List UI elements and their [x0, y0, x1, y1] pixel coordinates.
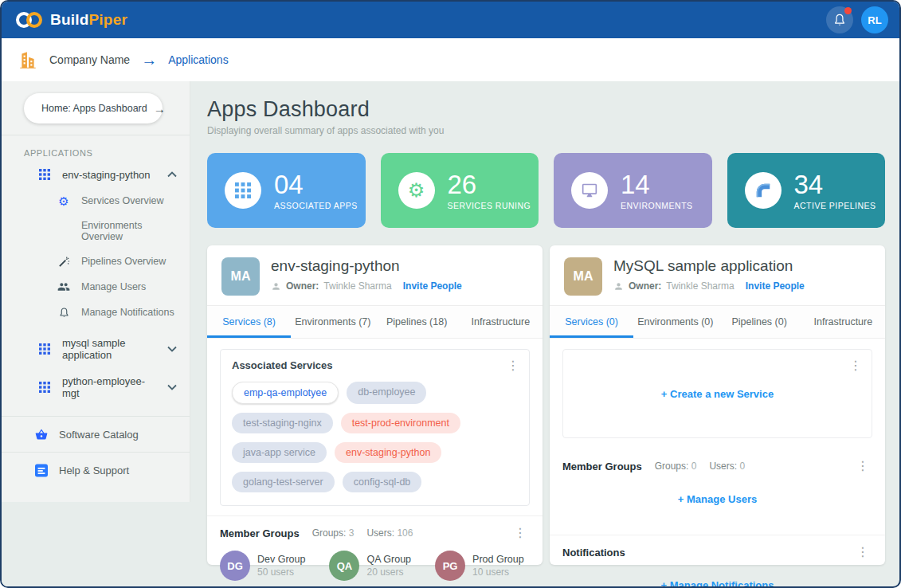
manage-notifications-link[interactable]: + Manage Notifications: [661, 579, 774, 588]
tab-services[interactable]: Services (8): [207, 306, 291, 338]
sidebar-item-software-catalog[interactable]: Software Catalog: [2, 417, 190, 452]
stat-label: ASSOCIATED APPS: [274, 201, 358, 210]
tab-infrastructure[interactable]: Infrastructure: [459, 306, 543, 338]
sidebar-item-label: Software Catalog: [59, 429, 139, 441]
stat-services-running[interactable]: ⚙ 26 SERVICES RUNING: [381, 153, 539, 228]
service-chip[interactable]: test-staging-nginx: [232, 413, 333, 433]
wand-icon: [57, 255, 70, 268]
sidebar-item-environments-overview[interactable]: Environments Overview: [2, 214, 190, 249]
help-doc-icon: [35, 464, 48, 476]
stat-environments[interactable]: 14 ENVIRONMENTS: [554, 153, 712, 228]
notifications-bell-button[interactable]: [826, 6, 853, 33]
breadcrumb-arrow-icon: →: [141, 51, 157, 69]
sidebar-empty-area: [2, 502, 190, 586]
users-count: Users: 0: [709, 461, 745, 472]
home-arrow-icon: →: [154, 102, 166, 116]
invite-people-link[interactable]: Invite People: [403, 280, 462, 292]
user-avatar[interactable]: RL: [861, 6, 888, 33]
sidebar-item-help-support[interactable]: Help & Support: [2, 453, 190, 488]
member-groups-title: Member Groups: [562, 461, 642, 472]
breadcrumb-company[interactable]: Company Name: [49, 53, 130, 66]
group-prod[interactable]: PG Prod Group10 users: [435, 551, 524, 581]
card-tabs: Services (8) Environments (7) Pipelines …: [207, 305, 543, 339]
stat-active-pipelines[interactable]: 34 ACTIVE PIPELINES: [727, 153, 886, 228]
invite-people-link[interactable]: Invite People: [746, 280, 805, 292]
card-header: MA env-staging-python Owner: Twinkle Sha…: [207, 245, 543, 305]
sidebar-item-python-employee-mgt[interactable]: python-employee-mgt: [2, 368, 190, 406]
service-chip[interactable]: golang-test-server: [232, 472, 335, 492]
buildpiper-logo-icon[interactable]: [16, 12, 42, 28]
stat-label: ENVIRONMENTS: [621, 201, 693, 210]
stat-associated-apps[interactable]: 04 ASSOCIATED APPS: [207, 153, 366, 228]
basket-icon: [35, 428, 48, 441]
stats-row: 04 ASSOCIATED APPS ⚙ 26 SERVICES RUNING: [207, 153, 885, 228]
sidebar-item-label: python-employee-mgt: [62, 375, 156, 399]
home-pill-label: Home: Apps Dashboard: [41, 103, 147, 114]
notification-badge: [844, 7, 852, 14]
person-icon: [271, 281, 281, 292]
company-building-icon: [18, 49, 38, 70]
chevron-down-icon[interactable]: [167, 384, 177, 390]
sidebar-item-manage-notifications[interactable]: Manage Notifications: [2, 300, 190, 325]
member-groups-title: Member Groups: [220, 527, 300, 539]
member-groups-section: Member Groups Groups: 3 Users: 106 ⋮ DG …: [207, 515, 543, 588]
sidebar-subitem-label: Pipelines Overview: [81, 256, 166, 267]
sidebar-subitem-label: Services Overview: [81, 195, 164, 206]
icon-spacer: [57, 225, 70, 237]
stat-value: 34: [794, 171, 876, 198]
kebab-menu-icon[interactable]: ⋮: [853, 544, 872, 560]
kebab-menu-icon[interactable]: ⋮: [853, 458, 872, 474]
group-dev[interactable]: DG Dev Group50 users: [220, 551, 305, 581]
chevron-down-icon[interactable]: [167, 346, 177, 352]
sidebar-item-pipelines-overview[interactable]: Pipelines Overview: [2, 249, 190, 274]
breadcrumb: Company Name → Applications: [2, 38, 899, 81]
tab-infrastructure[interactable]: Infrastructure: [801, 306, 885, 338]
sidebar-subitem-label: Environments Overview: [81, 220, 177, 242]
owner-name: Twinkle Sharma: [323, 280, 391, 292]
kebab-menu-icon[interactable]: ⋮: [511, 525, 530, 541]
sidebar-item-env-staging-python[interactable]: env-staging-python: [2, 161, 190, 188]
people-icon: [57, 280, 70, 293]
tab-pipelines[interactable]: Pipelines (18): [375, 306, 459, 338]
kebab-menu-icon[interactable]: ⋮: [503, 358, 523, 374]
breadcrumb-applications[interactable]: Applications: [168, 53, 229, 66]
group-avatar: QA: [329, 551, 359, 581]
bell-icon: [832, 13, 847, 27]
tab-services[interactable]: Services (0): [550, 306, 633, 338]
sidebar-item-manage-users[interactable]: Manage Users: [2, 274, 190, 300]
tab-environments[interactable]: Environments (0): [633, 306, 717, 338]
group-qa[interactable]: QA QA Group20 users: [329, 551, 411, 581]
manage-users-link[interactable]: + Manage Users: [678, 493, 757, 505]
sidebar-subitem-label: Manage Notifications: [81, 307, 174, 318]
group-users: 20 users: [366, 566, 411, 578]
associated-services-title: Associated Services: [232, 359, 518, 371]
service-chip[interactable]: java-app service: [232, 442, 327, 463]
member-groups-section: Member Groups Groups: 0 Users: 0 ⋮ + Man…: [550, 449, 885, 525]
sidebar-item-mysql-sample-application[interactable]: mysql sample application: [2, 330, 190, 368]
app-window: BuildPiper RL Company Name → Application…: [0, 0, 901, 588]
app-card-title[interactable]: MySQL sample application: [613, 257, 805, 275]
card-header: MA MySQL sample application Owner: Twink…: [550, 245, 885, 305]
tab-pipelines[interactable]: Pipelines (0): [718, 306, 801, 338]
sidebar-item-services-overview[interactable]: ⚙ Services Overview: [2, 188, 190, 214]
service-chip[interactable]: test-prod-environment: [341, 413, 460, 433]
groups-count: Groups: 0: [655, 461, 697, 472]
service-chip[interactable]: emp-qa-emplotyee: [232, 382, 339, 404]
page-subtitle: Displaying overall summary of apps assoc…: [207, 125, 885, 136]
stat-label: SERVICES RUNING: [448, 201, 531, 210]
brand-piper: Piper: [89, 11, 128, 28]
service-chip[interactable]: env-staging-python: [335, 442, 441, 463]
app-grid-icon: [38, 168, 51, 181]
card-tabs: Services (0) Environments (0) Pipelines …: [550, 305, 885, 339]
group-name: QA Group: [366, 554, 411, 565]
create-service-link[interactable]: + Create a new Service: [661, 388, 774, 400]
home-apps-dashboard-button[interactable]: Home: Apps Dashboard →: [24, 93, 163, 123]
topbar-actions: RL: [826, 6, 888, 33]
app-card-title[interactable]: env-staging-python: [271, 257, 462, 275]
page-title: Apps Dashboard: [207, 97, 885, 122]
kebab-menu-icon[interactable]: ⋮: [846, 358, 865, 374]
chevron-up-icon[interactable]: [167, 171, 177, 178]
service-chip[interactable]: db-employee: [347, 382, 426, 404]
service-chip[interactable]: config-sql-db: [343, 472, 422, 492]
tab-environments[interactable]: Environments (7): [291, 306, 374, 338]
